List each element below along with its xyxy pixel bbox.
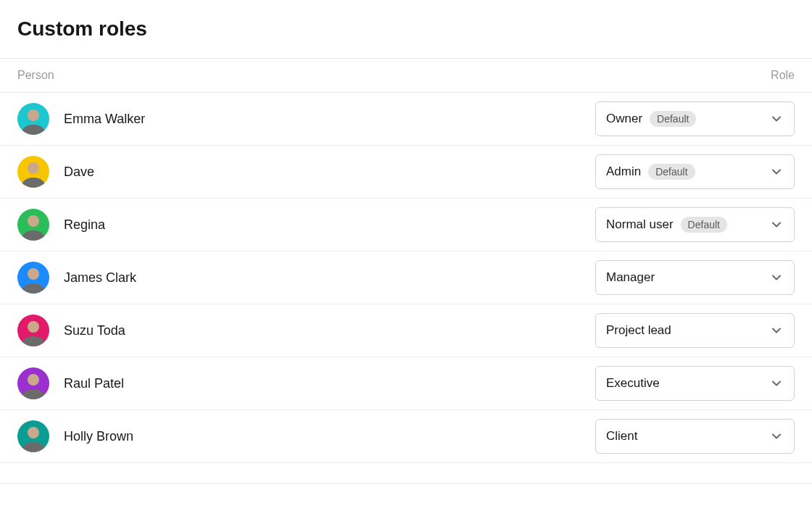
person-cell: James Clark xyxy=(17,262,136,294)
person-name: Raul Patel xyxy=(64,376,124,391)
chevron-down-icon xyxy=(769,270,784,285)
table-row: Emma WalkerOwnerDefault xyxy=(0,93,812,146)
role-label: Executive xyxy=(606,376,660,391)
avatar xyxy=(17,209,49,241)
role-label: Normal user xyxy=(606,217,674,232)
role-select[interactable]: Project lead xyxy=(595,313,795,348)
chevron-down-icon xyxy=(769,429,784,444)
column-header-person: Person xyxy=(17,69,54,82)
default-badge: Default xyxy=(648,164,695,180)
role-select[interactable]: Client xyxy=(595,419,795,454)
role-label: Owner xyxy=(606,112,642,126)
table-row: Suzu TodaProject lead xyxy=(0,304,812,357)
person-name: Suzu Toda xyxy=(64,323,125,338)
person-cell: Dave xyxy=(17,156,94,188)
page-title: Custom roles xyxy=(0,17,812,58)
person-cell: Raul Patel xyxy=(17,367,124,399)
table-row: ReginaNormal userDefault xyxy=(0,199,812,251)
person-cell: Regina xyxy=(17,209,105,241)
role-select[interactable]: OwnerDefault xyxy=(595,101,795,136)
footer-divider xyxy=(0,483,812,484)
avatar xyxy=(17,420,49,452)
table-row: DaveAdminDefault xyxy=(0,146,812,199)
table-row: Holly BrownClient xyxy=(0,410,812,463)
role-select[interactable]: Normal userDefault xyxy=(595,207,795,242)
role-label: Manager xyxy=(606,270,655,285)
person-cell: Emma Walker xyxy=(17,103,145,135)
table-header: Person Role xyxy=(0,58,812,93)
person-name: Holly Brown xyxy=(64,429,133,444)
role-select[interactable]: Manager xyxy=(595,260,795,295)
person-cell: Holly Brown xyxy=(17,420,133,452)
person-name: Dave xyxy=(64,165,94,180)
person-name: Regina xyxy=(64,217,105,233)
avatar xyxy=(17,315,49,346)
default-badge: Default xyxy=(681,217,727,233)
person-cell: Suzu Toda xyxy=(17,315,125,346)
avatar xyxy=(17,156,49,188)
chevron-down-icon xyxy=(769,112,784,126)
chevron-down-icon xyxy=(769,323,784,338)
avatar xyxy=(17,367,49,399)
role-label: Client xyxy=(606,429,637,444)
column-header-role: Role xyxy=(771,69,795,82)
table-row: Raul PatelExecutive xyxy=(0,357,812,410)
chevron-down-icon xyxy=(769,217,784,232)
default-badge: Default xyxy=(650,111,696,127)
role-select[interactable]: Executive xyxy=(595,366,795,401)
chevron-down-icon xyxy=(769,376,784,391)
table-row: James ClarkManager xyxy=(0,251,812,304)
person-name: James Clark xyxy=(64,270,136,286)
avatar xyxy=(17,103,49,135)
avatar xyxy=(17,262,49,294)
role-label: Admin xyxy=(606,165,641,179)
chevron-down-icon xyxy=(769,165,784,179)
role-label: Project lead xyxy=(606,323,671,338)
role-select[interactable]: AdminDefault xyxy=(595,154,795,189)
person-name: Emma Walker xyxy=(64,112,145,127)
